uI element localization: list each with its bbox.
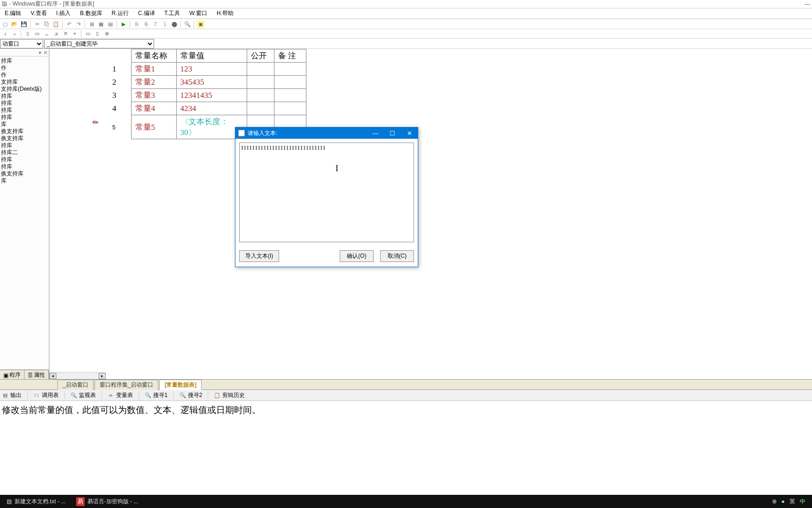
tool-panel-icon[interactable]: ▤ — [106, 20, 115, 28]
tree-item[interactable]: 作 — [0, 64, 49, 71]
table-row[interactable]: 3 常量3 12341435 — [109, 89, 306, 102]
table-row[interactable]: 1 常量1 123 — [109, 63, 306, 76]
tool-alignright-icon[interactable]: ⫟ — [10, 30, 19, 38]
tray-net-icon[interactable]: ⊕ — [772, 498, 777, 505]
doc-tab-procset[interactable]: 窗口程序集_启动窗口 — [94, 380, 159, 390]
tool-a8-icon[interactable]: ▯ — [93, 30, 102, 38]
menu-edit[interactable]: E.编辑 — [0, 8, 26, 18]
output-tab-var[interactable]: ∞变量表 — [108, 391, 133, 399]
dialog-maximize-icon[interactable]: ☐ — [384, 127, 401, 139]
tool-stepout-icon[interactable]: ⤴ — [151, 20, 160, 28]
tool-a5-icon[interactable]: ✕ — [61, 30, 70, 38]
tool-a3-icon[interactable]: ⫠ — [42, 30, 51, 38]
menu-view[interactable]: V.查看 — [26, 8, 51, 18]
sidebar-pin-icon[interactable]: ▾ — [39, 49, 41, 56]
doc-tab-constants[interactable]: [常量数据表] — [159, 380, 202, 390]
output-tab-call[interactable]: ⫶⫶调用表 — [33, 391, 59, 399]
tree-item[interactable]: 持库 — [0, 100, 49, 107]
tree-item[interactable]: 持库 — [0, 114, 49, 121]
tool-open-icon[interactable]: 📂 — [10, 20, 19, 28]
menu-help[interactable]: H.帮助 — [212, 8, 238, 18]
tool-find-icon[interactable]: 🔍 — [183, 20, 192, 28]
tool-window-icon[interactable]: ⊞ — [87, 20, 96, 28]
dialog-titlebar[interactable]: 请输入文本: — ☐ ✕ — [235, 127, 418, 139]
content-hscroll[interactable]: ◂ ▸ — [49, 372, 106, 379]
tool-form-icon[interactable]: ▦ — [97, 20, 105, 28]
tree-item[interactable]: 持库 — [0, 156, 49, 163]
menu-insert[interactable]: I.插入 — [52, 8, 76, 18]
table-row[interactable]: 2 常量2 345435 — [109, 76, 306, 89]
tool-cut-icon[interactable]: ✂ — [33, 20, 41, 28]
output-tab-out[interactable]: ▤输出 — [2, 391, 22, 399]
hscroll-right-icon[interactable]: ▸ — [99, 373, 106, 379]
tool-undo-icon[interactable]: ↶ — [65, 20, 73, 28]
output-tab-find2[interactable]: 🔍搜寻2 — [180, 391, 203, 399]
tree-item[interactable]: 作 — [0, 71, 49, 79]
tree-item[interactable]: 持库 — [0, 57, 49, 64]
dialog-cancel-button[interactable]: 取消(C) — [380, 250, 414, 262]
menu-database[interactable]: B.数据库 — [75, 8, 107, 18]
tool-step2-icon[interactable]: ⤵ — [161, 20, 169, 28]
combo-event[interactable]: _启动窗口_创建完毕 — [44, 39, 154, 48]
output-tab-clip[interactable]: 📋剪辑历史 — [214, 391, 245, 399]
tree-item[interactable]: 支持库 — [0, 79, 49, 86]
hscroll-left-icon[interactable]: ◂ — [49, 373, 56, 379]
minimize-icon[interactable]: — — [804, 1, 810, 8]
tool-save-icon[interactable]: 💾 — [20, 20, 28, 28]
sidebar-close-icon[interactable]: ✕ — [43, 49, 48, 56]
dialog-textarea[interactable]: 111111111111111111111111111111 — [239, 143, 414, 242]
tool-run-icon[interactable]: ▶ — [119, 20, 128, 28]
tree-item[interactable]: 换支持库 — [0, 128, 49, 135]
output-tab-find1[interactable]: 🔍搜寻1 — [145, 391, 168, 399]
tool-redo-icon[interactable]: ↷ — [74, 20, 83, 28]
tool-stepover-icon[interactable]: ⎗ — [142, 20, 150, 28]
tool-break-icon[interactable]: ⬤ — [170, 20, 179, 28]
sidebar: ▾ ✕ 持库 作 作 支持库 支持库(Deelx版) 持库 — [0, 49, 49, 379]
dialog-import-button[interactable]: 导入文本(I) — [239, 250, 279, 262]
tool-a9-icon[interactable]: ⊕ — [102, 30, 111, 38]
tree-item[interactable]: 库 — [0, 121, 49, 128]
tool-copy-icon[interactable]: ⿻ — [42, 20, 51, 28]
tree-item[interactable]: 持库 — [0, 107, 49, 114]
table-row[interactable]: 4 常量4 4234 — [109, 102, 306, 115]
tree-item[interactable]: 持库 — [0, 163, 49, 170]
tree-item[interactable]: 支持库(Deelx版) — [0, 86, 49, 93]
tool-a2-icon[interactable]: ▭ — [33, 30, 41, 38]
tray-ime-label[interactable]: 英 — [789, 498, 795, 506]
tree-item[interactable]: 换支持库 — [0, 135, 49, 142]
dialog-minimize-icon[interactable]: — — [367, 127, 384, 139]
tree-item[interactable]: 持库 — [0, 142, 49, 149]
library-tree[interactable]: 持库 作 作 支持库 支持库(Deelx版) 持库 持库 持库 持库 — [0, 56, 49, 370]
tool-a4-icon[interactable]: ⫡ — [52, 30, 60, 38]
tool-step-icon[interactable]: ⎘ — [133, 20, 141, 28]
combo-window[interactable]: 动窗口 — [0, 39, 43, 48]
menu-tools[interactable]: T.工具 — [160, 8, 185, 18]
dialog-ok-button[interactable]: 确认(O) — [340, 250, 374, 262]
tree-item[interactable]: 持库 — [0, 93, 49, 100]
doc-tab-window[interactable]: _启动窗口 — [57, 380, 94, 390]
tray-ime-cn-icon[interactable]: 中 — [800, 498, 805, 506]
tool-alignleft-icon[interactable]: ⫞ — [1, 30, 9, 38]
constants-table[interactable]: 常量名称 常量值 公开 备 注 1 常量1 123 2 常量2 345435 — [109, 49, 306, 139]
dialog-close-icon[interactable]: ✕ — [401, 127, 418, 139]
taskbar-item-ide[interactable]: 易 易语言-加密狗版 - ... — [71, 496, 143, 508]
taskbar-tray: ⊕ ● 英 中 — [772, 498, 810, 506]
tool-a6-icon[interactable]: ⌖ — [70, 30, 79, 38]
menu-compile[interactable]: C.编译 — [133, 8, 160, 18]
sidebar-tab-props[interactable]: ☰属性 — [24, 370, 49, 379]
tool-a7-icon[interactable]: ▭ — [84, 30, 92, 38]
tray-ime-e-icon[interactable]: ● — [781, 498, 785, 505]
tree-item[interactable]: 换支持库 — [0, 170, 49, 177]
output-tab-watch[interactable]: 🔍监视表 — [70, 391, 96, 399]
sidebar-tab-program[interactable]: ▣程序 — [0, 370, 24, 379]
tool-new-icon[interactable]: ▢ — [1, 20, 9, 28]
tool-a1-icon[interactable]: ▯ — [23, 30, 32, 38]
tree-item[interactable]: 库 — [0, 177, 49, 184]
header-note: 备 注 — [274, 49, 306, 63]
tool-extra-icon[interactable]: ▣ — [196, 20, 205, 28]
menu-run[interactable]: R.运行 — [107, 8, 133, 18]
tool-paste-icon[interactable]: 📋 — [52, 20, 60, 28]
taskbar-item-txt[interactable]: ▤ 新建文本文档.txt - ... — [2, 496, 70, 507]
menu-window[interactable]: W.窗口 — [185, 8, 212, 18]
tree-item[interactable]: 持库二 — [0, 149, 49, 156]
